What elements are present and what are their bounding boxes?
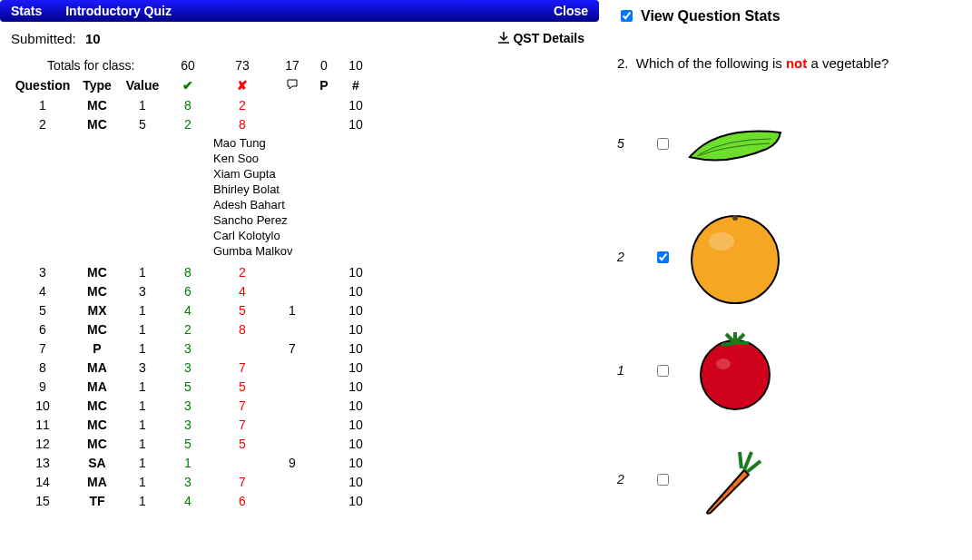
cell-value: 1 — [120, 303, 165, 318]
cell-wrong: 6 — [211, 494, 274, 508]
table-row[interactable]: 1MC18210 — [0, 95, 599, 114]
answer-count: 2 — [617, 250, 653, 264]
cell-hint: 7 — [274, 341, 310, 356]
cell-type: MX — [74, 303, 120, 318]
panel-header: Stats Introductory Quiz Close — [0, 0, 599, 22]
svg-point-4 — [701, 340, 770, 409]
cell-type: MC — [74, 418, 120, 432]
cell-wrong: 5 — [211, 437, 274, 451]
cell-correct: 5 — [165, 379, 211, 394]
cell-count: 10 — [338, 303, 374, 318]
cell-type: MC — [74, 437, 120, 451]
view-question-stats-checkbox[interactable] — [621, 10, 633, 22]
totals-count: 10 — [338, 58, 374, 73]
answer-row: 5 — [617, 98, 972, 189]
cell-count: 10 — [338, 360, 374, 375]
student-name: Bhirley Bolat — [213, 182, 599, 197]
cell-type: P — [74, 341, 120, 356]
cell-value: 1 — [120, 456, 165, 470]
cell-type: MC — [74, 98, 120, 113]
table-row[interactable]: 15TF14610 — [0, 491, 599, 510]
answer-count: 5 — [617, 136, 653, 151]
qst-details-button[interactable]: QST Details — [498, 31, 584, 47]
cell-question: 8 — [11, 360, 74, 375]
student-name: Adesh Bahart — [213, 197, 599, 212]
header-wrong-icon: ✘ — [211, 78, 274, 93]
table-row[interactable]: 8MA33710 — [0, 358, 599, 377]
cell-question: 6 — [11, 322, 74, 337]
cell-question: 13 — [11, 456, 74, 470]
cell-correct: 3 — [165, 360, 211, 375]
cell-correct: 2 — [165, 322, 211, 337]
table-row[interactable]: 7P13710 — [0, 339, 599, 358]
cell-hint: 9 — [274, 456, 310, 470]
table-row[interactable]: 4MC36410 — [0, 281, 599, 300]
svg-point-2 — [709, 232, 734, 251]
cell-question: 7 — [11, 341, 74, 356]
question-text-pre: Which of the following is — [636, 55, 786, 71]
cell-question: 3 — [11, 265, 74, 280]
answer-checkbox[interactable] — [657, 138, 669, 150]
answer-count: 2 — [617, 472, 653, 486]
cell-wrong: 8 — [211, 117, 274, 132]
question-number: 2. — [617, 55, 629, 71]
answer-checkbox[interactable] — [657, 474, 669, 486]
table-row[interactable]: 5MX145110 — [0, 300, 599, 319]
cell-correct: 4 — [165, 494, 211, 508]
table-row[interactable]: 10MC13710 — [0, 396, 599, 415]
cucumber-icon — [681, 116, 790, 171]
answer-count: 1 — [617, 363, 653, 378]
cell-value: 3 — [120, 284, 165, 299]
header-question: Question — [11, 78, 74, 93]
question-text-post: a vegetable? — [807, 55, 889, 71]
question-stats-panel: View Question Stats 2. Which of the foll… — [599, 0, 972, 560]
student-name: Ken Soo — [213, 151, 599, 166]
answer-checkbox[interactable] — [657, 251, 669, 263]
totals-correct: 60 — [165, 58, 211, 73]
cell-type: SA — [74, 456, 120, 470]
totals-partial: 0 — [310, 58, 338, 73]
cell-type: MC — [74, 284, 120, 299]
cell-count: 10 — [338, 98, 374, 113]
cell-wrong: 7 — [211, 398, 274, 413]
cell-question: 9 — [11, 379, 74, 394]
cell-count: 10 — [338, 265, 374, 280]
question-text-not: not — [786, 55, 807, 71]
cell-wrong: 2 — [211, 98, 274, 113]
table-row[interactable]: 6MC12810 — [0, 319, 599, 339]
table-row[interactable]: 13SA11910 — [0, 453, 599, 472]
table-row[interactable]: 9MA15510 — [0, 377, 599, 396]
student-name: Gumba Malkov — [213, 243, 599, 259]
cell-correct: 3 — [165, 341, 211, 356]
cell-type: MC — [74, 117, 120, 132]
cell-type: MA — [74, 379, 120, 394]
table-row[interactable]: 14MA13710 — [0, 472, 599, 491]
cell-hint: 1 — [274, 303, 310, 318]
table-row[interactable]: 3MC18210 — [0, 262, 599, 281]
cell-question: 1 — [11, 98, 74, 113]
answer-checkbox[interactable] — [657, 365, 669, 377]
cell-correct: 3 — [165, 475, 211, 489]
header-stats: Stats — [11, 4, 42, 18]
header-count: # — [338, 78, 374, 93]
cell-type: MC — [74, 322, 120, 337]
cell-value: 1 — [120, 418, 165, 432]
orange-icon — [681, 207, 790, 307]
data-rows: 1MC182102MC52810Mao TungKen SooXiam Gupt… — [0, 95, 599, 510]
table-row[interactable]: 11MC13710 — [0, 415, 599, 434]
student-name: Mao Tung — [213, 135, 599, 151]
table-row[interactable]: 2MC52810 — [0, 114, 599, 133]
cell-wrong: 7 — [211, 418, 274, 432]
close-button[interactable]: Close — [554, 4, 588, 18]
cell-correct: 3 — [165, 398, 211, 413]
student-name: Xiam Gupta — [213, 166, 599, 182]
cell-wrong: 8 — [211, 322, 274, 337]
cell-question: 2 — [11, 117, 74, 132]
cell-correct: 8 — [165, 265, 211, 280]
student-names: Mao TungKen SooXiam GuptaBhirley BolatAd… — [0, 133, 599, 262]
cell-wrong: 4 — [211, 284, 274, 299]
table-row[interactable]: 12MC15510 — [0, 434, 599, 453]
cell-count: 10 — [338, 341, 374, 356]
cell-correct: 6 — [165, 284, 211, 299]
cell-correct: 8 — [165, 98, 211, 113]
